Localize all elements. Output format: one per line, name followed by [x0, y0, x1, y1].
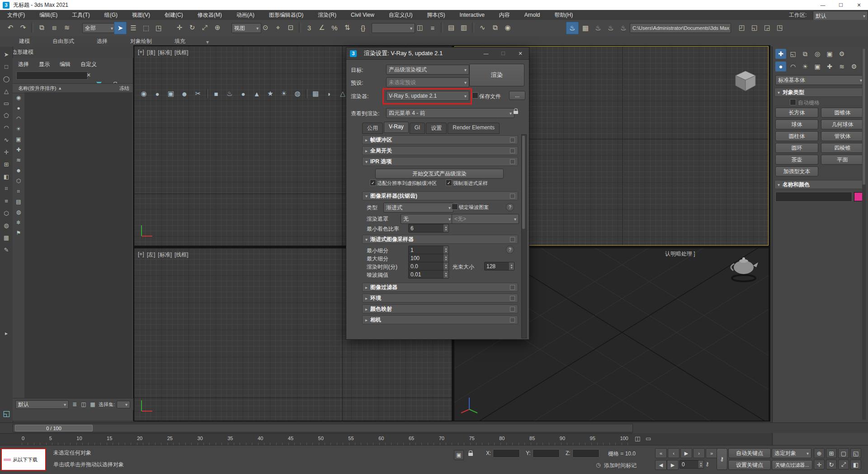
render-in-cloud-icon[interactable]: ♨ [618, 22, 629, 34]
rollout-sampler-header[interactable]: ▾图像采样器(抗锯齿) [362, 191, 518, 200]
command-tab-motion-icon[interactable]: ◎ [812, 49, 823, 59]
category-shapes-icon[interactable]: ◠ [788, 62, 798, 71]
name-color-rollout[interactable]: ▾名称和颜色 [774, 180, 864, 189]
isolate-selection-toggle-icon[interactable]: ▣ [454, 450, 464, 460]
filter-hidden-icon[interactable]: ⚑ [14, 229, 23, 237]
viewport-label-segment[interactable]: [+] [138, 251, 144, 259]
play-button[interactable]: ▶ [680, 448, 692, 458]
dock-box-icon[interactable]: ■ [211, 88, 222, 99]
rollout-gear-icon[interactable] [510, 237, 515, 242]
align-icon[interactable]: ≡ [427, 22, 439, 33]
dock-geosphere-icon[interactable]: ◍ [292, 88, 303, 99]
viewport-label-segment[interactable]: [左] [147, 251, 156, 259]
sampler-help-button[interactable]: ? [506, 203, 514, 211]
maximize-viewport-icon[interactable]: ⤢ [838, 460, 849, 469]
menu-item[interactable]: 内容 [492, 10, 517, 20]
rollout-header[interactable]: ▸环境 [362, 294, 518, 303]
rollout-gear-icon[interactable] [510, 307, 515, 312]
reference-coordinate-dropdown[interactable]: 视图 [231, 23, 261, 33]
viewport-label-segment[interactable]: [线框] [175, 251, 189, 259]
rollout-gear-icon[interactable] [510, 194, 515, 199]
snaps-toggle-icon[interactable]: 3 [303, 22, 315, 33]
object-name-field[interactable] [775, 192, 852, 202]
current-frame-spinner[interactable]: 0 [679, 460, 704, 469]
rollout-header[interactable]: ▸颜色映射 [362, 304, 518, 313]
filter-frozen-icon[interactable]: ❄ [14, 219, 23, 226]
use-pivot-center-icon[interactable]: ⊙ [259, 22, 271, 33]
maxscript-mini-listener[interactable]: 从以下下载 [1, 448, 46, 471]
toolbar-extra-icon-1[interactable]: ◰ [736, 22, 748, 33]
rollout-ipr-header[interactable]: ▾IPR 选项 [362, 157, 518, 166]
project-folder-dropdown[interactable]: C:\Users\Administrator\Documents\3ds Max… [630, 23, 731, 33]
bind-to-space-warp-icon[interactable]: ≋ [61, 22, 73, 33]
render-setup-icon[interactable]: ♨ [566, 22, 579, 34]
primitive-button[interactable]: 四棱锥 [821, 143, 864, 153]
select-and-move-icon[interactable]: ✛ [174, 22, 185, 33]
previous-frame-button[interactable]: ‹ [668, 448, 679, 458]
named-selection-dropdown[interactable] [372, 23, 415, 33]
filter-display-all-icon[interactable]: ◉ [14, 94, 23, 101]
toolbar-extra-icon-3[interactable]: ◲ [761, 22, 773, 33]
category-systems-icon[interactable]: ⚙ [849, 62, 859, 71]
column-header-freeze[interactable]: 冻结 [119, 85, 133, 92]
primitive-category-dropdown[interactable]: 标准基本体 [775, 75, 865, 85]
modeling-tool-icon-17[interactable]: ✎ [2, 246, 11, 254]
filter-geometry-icon[interactable]: ● [14, 104, 23, 112]
unlink-selection-icon[interactable]: ⧈ [48, 22, 60, 33]
save-file-checkbox[interactable] [472, 92, 478, 99]
primitive-button[interactable]: 茶壶 [775, 155, 818, 165]
filter-groups-icon[interactable]: ☻ [14, 167, 23, 174]
zoom-all-icon[interactable]: ⊞ [826, 448, 837, 458]
object-type-rollout[interactable]: ▾对象类型 [774, 88, 864, 97]
noise-threshold-spinner[interactable]: 0.01 [408, 270, 449, 279]
add-time-tag-label[interactable]: 添加时间标记 [604, 462, 637, 469]
edit-named-selection-sets-icon[interactable]: {} [357, 22, 369, 33]
explorer-search-input[interactable] [16, 71, 88, 80]
modeling-tool-icon-10[interactable]: ⊞ [2, 160, 11, 168]
separator[interactable] [472, 22, 474, 33]
target-dropdown[interactable]: 产品级渲染模式 [386, 65, 469, 75]
time-slider-track[interactable]: 0 / 100 [13, 424, 633, 432]
dock-teapot-icon[interactable]: ♨ [224, 88, 235, 99]
command-panel-scrollbar[interactable] [862, 49, 866, 420]
dock-group-icon[interactable]: ☻ [179, 88, 190, 99]
category-lights-icon[interactable]: ☀ [800, 62, 811, 71]
filter-containers-icon[interactable]: ▤ [14, 198, 23, 205]
modeling-tool-icon-8[interactable]: ∿ [2, 136, 11, 144]
dock-star-icon[interactable]: ★ [265, 88, 276, 99]
menu-item[interactable]: 工具(T) [65, 10, 97, 20]
ribbon-tab[interactable]: 选择 [91, 36, 113, 47]
previous-key-button[interactable]: ◀ [655, 460, 667, 470]
explorer-menu-item[interactable]: 自定义 [77, 60, 100, 69]
menu-item[interactable]: 帮助(H) [547, 10, 580, 20]
rollout-gear-icon[interactable] [510, 296, 515, 301]
zoom-extents-icon[interactable]: ▢ [838, 448, 849, 458]
layer-new-icon[interactable]: ◫ [80, 401, 88, 408]
view-to-render-dropdown[interactable]: 四元菜单 4 - 前 [386, 108, 514, 118]
rollout-gear-icon[interactable] [510, 148, 515, 153]
material-editor-icon[interactable]: ◉ [502, 22, 514, 33]
save-file-browse-button[interactable]: ... [509, 91, 525, 100]
dock-checker-icon[interactable]: ▦ [310, 88, 321, 99]
menu-item[interactable]: 图形编辑器(D) [262, 10, 311, 20]
dialog-tab[interactable]: 公用 [362, 123, 383, 134]
modeling-tool-icon-14[interactable]: ⬡ [2, 209, 11, 217]
undo-icon[interactable]: ↶ [5, 22, 16, 33]
toggle-scene-explorer-icon[interactable]: ▤ [445, 22, 457, 33]
menu-item[interactable]: 编辑(E) [32, 10, 65, 20]
lock-noise-checkbox[interactable] [452, 204, 458, 210]
dialog-tab[interactable]: V-Ray [384, 122, 409, 133]
zoom-region-icon[interactable]: ◱ [850, 448, 861, 458]
time-slider-handle[interactable]: 0 / 100 [15, 425, 93, 431]
dock-cut-icon[interactable]: ✂ [193, 88, 203, 99]
next-frame-button[interactable]: › [693, 448, 705, 458]
render-mask-dropdown[interactable]: 无 [401, 214, 453, 224]
min-subdivs-spinner[interactable]: 1 [408, 246, 449, 254]
select-and-place-icon[interactable]: ⊕ [212, 22, 223, 33]
rollout-gear-icon[interactable] [510, 159, 515, 164]
viewport-label-segment[interactable]: [线框] [175, 49, 189, 57]
redo-icon[interactable]: ↷ [17, 22, 29, 33]
auto-key-button[interactable]: 自动关键点 [728, 448, 771, 458]
separator[interactable] [31, 22, 33, 33]
key-filters-button[interactable]: 关键点过滤器... [772, 460, 812, 470]
